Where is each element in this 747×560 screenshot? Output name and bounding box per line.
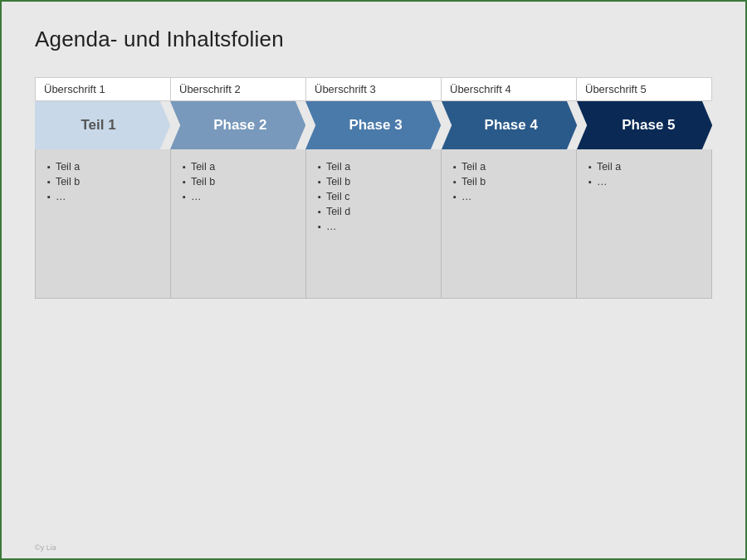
content-cell-5: Teil a…: [577, 149, 712, 299]
list-item: …: [453, 189, 569, 204]
phase-label-5: Phase 5: [577, 101, 712, 149]
phase-label-3: Phase 3: [305, 101, 441, 149]
list-item: Teil a: [47, 159, 164, 174]
list-item: Teil b: [318, 174, 434, 189]
content-cell-2: Teil aTeil b…: [171, 149, 306, 299]
header-cell-3: Überschrift 3: [306, 77, 442, 101]
phase-label-1: Teil 1: [35, 101, 170, 149]
phase-cell-1: Teil 1: [35, 101, 170, 149]
list-item: Teil a: [453, 159, 569, 174]
list-item: …: [183, 189, 299, 204]
list-item: Teil a: [588, 159, 705, 174]
phase-row: Teil 1Phase 2Phase 3Phase 4Phase 5: [35, 101, 712, 149]
phase-label-2: Phase 2: [170, 101, 305, 149]
page-title: Agenda- und Inhaltsfolien: [35, 27, 712, 52]
phase-cell-4: Phase 4: [442, 101, 577, 149]
content-row: Teil aTeil b…Teil aTeil b…Teil aTeil bTe…: [35, 149, 712, 299]
header-cell-4: Überschrift 4: [442, 77, 577, 101]
phase-label-4: Phase 4: [442, 101, 577, 149]
list-item: Teil b: [183, 174, 299, 189]
table-container: Überschrift 1Überschrift 2Überschrift 3Ü…: [35, 77, 712, 299]
list-item: Teil d: [318, 204, 434, 219]
list-item: …: [47, 189, 164, 204]
content-cell-1: Teil aTeil b…: [35, 149, 171, 299]
slide: Agenda- und Inhaltsfolien Überschrift 1Ü…: [2, 2, 745, 558]
phase-cell-5: Phase 5: [577, 101, 712, 149]
watermark: ©y Lia: [35, 543, 56, 552]
phase-cell-3: Phase 3: [305, 101, 441, 149]
content-cell-4: Teil aTeil b…: [442, 149, 577, 299]
list-item: Teil a: [318, 159, 434, 174]
list-item: Teil b: [47, 174, 164, 189]
list-item: Teil a: [183, 159, 299, 174]
list-item: …: [588, 174, 705, 189]
header-cell-1: Überschrift 1: [35, 77, 171, 101]
list-item: Teil c: [318, 189, 434, 204]
header-cell-5: Überschrift 5: [577, 77, 712, 101]
phase-cell-2: Phase 2: [170, 101, 305, 149]
list-item: …: [318, 219, 434, 234]
header-row: Überschrift 1Überschrift 2Überschrift 3Ü…: [35, 77, 712, 101]
content-cell-3: Teil aTeil bTeil cTeil d…: [306, 149, 442, 299]
header-cell-2: Überschrift 2: [171, 77, 306, 101]
list-item: Teil b: [453, 174, 569, 189]
